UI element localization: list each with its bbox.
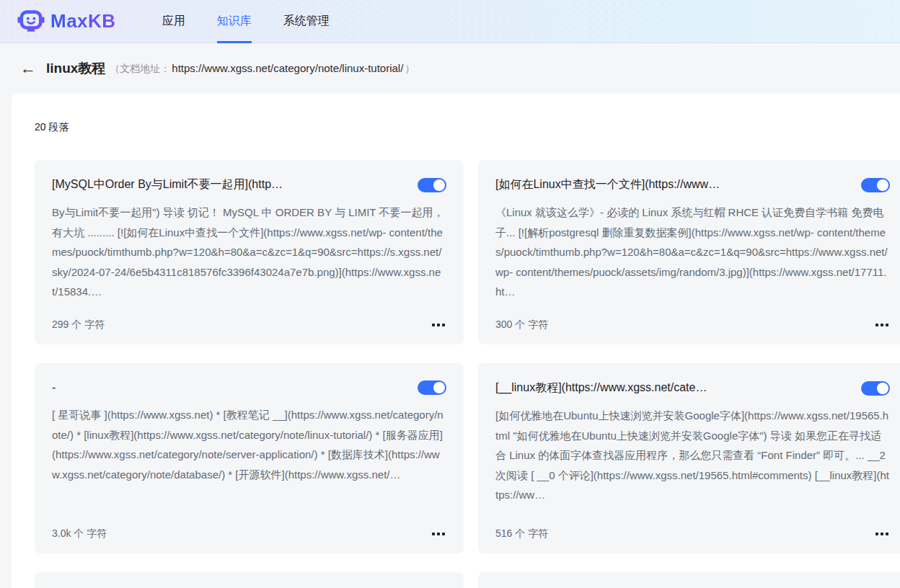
tab-system-management[interactable]: 系统管理: [283, 0, 330, 43]
paragraph-card[interactable]: - [ 星哥说事 ](https://www.xgss.net) * [教程笔记…: [35, 363, 464, 553]
document-header: ← linux教程 （文档地址： https://www.xgss.net/ca…: [0, 43, 900, 94]
paragraph-enabled-toggle[interactable]: [861, 381, 890, 396]
card-body-text: [如何优雅地在Ubuntu上快速浏览并安装Google字体](https://w…: [495, 406, 890, 519]
card-footer: 299 个 字符: [52, 318, 446, 331]
doc-address-prefix: （文档地址：: [110, 63, 170, 76]
card-header: [__linux教程](https://www.xgss.net/cate…: [495, 380, 890, 396]
card-footer: 300 个 字符: [495, 318, 890, 331]
paragraph-enabled-toggle[interactable]: [861, 178, 890, 192]
card-title: [MySQL中Order By与Limit不要一起用](http…: [52, 177, 283, 192]
paragraph-card-partial[interactable]: [478, 572, 900, 588]
more-menu-icon[interactable]: [431, 530, 446, 538]
card-header: [如何在Linux中查找一个文件](https://www…: [495, 177, 890, 192]
card-title: [__linux教程](https://www.xgss.net/cate…: [495, 380, 707, 396]
card-body-text: By与Limit不要一起用") 导读 切记！ MySQL 中 ORDER BY …: [52, 202, 446, 310]
nav-tabs: 应用 知识库 系统管理: [162, 0, 330, 43]
card-title: [如何在Linux中查找一个文件](https://www…: [495, 177, 720, 192]
char-count: 516 个 字符: [495, 527, 548, 540]
char-count: 3.0k 个 字符: [52, 527, 107, 540]
robot-logo-icon: [17, 8, 45, 35]
card-body-text: 《Linux 就该这么学》- 必读的 Linux 系统与红帽 RHCE 认证免费…: [495, 202, 890, 310]
document-title: linux教程: [46, 59, 105, 78]
char-count: 300 个 字符: [495, 318, 548, 331]
tab-knowledge-base[interactable]: 知识库: [217, 0, 252, 43]
paragraph-enabled-toggle[interactable]: [418, 178, 446, 192]
top-nav: MaxKB 应用 知识库 系统管理: [0, 0, 900, 43]
paragraph-enabled-toggle[interactable]: [418, 380, 446, 395]
card-body-text: [ 星哥说事 ](https://www.xgss.net) * [教程笔记 _…: [52, 405, 446, 519]
more-menu-icon[interactable]: [874, 321, 890, 329]
paragraph-card[interactable]: [MySQL中Order By与Limit不要一起用](http… By与Lim…: [35, 160, 464, 344]
char-count: 299 个 字符: [52, 318, 105, 331]
paragraph-count: 20 段落: [35, 121, 900, 134]
card-header: -: [52, 380, 446, 395]
more-menu-icon[interactable]: [431, 321, 446, 329]
tab-applications[interactable]: 应用: [162, 0, 185, 43]
card-footer: 3.0k 个 字符: [52, 527, 446, 540]
main-panel: 20 段落 [MySQL中Order By与Limit不要一起用](http… …: [12, 94, 900, 588]
doc-address-url: https://www.xgss.net/category/note/linux…: [172, 62, 403, 74]
back-arrow-icon[interactable]: ←: [20, 61, 36, 76]
paragraph-card-partial[interactable]: [35, 572, 464, 588]
logo-text: MaxKB: [50, 10, 116, 32]
paragraph-card[interactable]: [如何在Linux中查找一个文件](https://www… 《Linux 就该…: [478, 160, 900, 344]
maxkb-logo[interactable]: MaxKB: [17, 8, 116, 35]
doc-address-suffix: ）: [405, 63, 415, 76]
document-address: （文档地址： https://www.xgss.net/category/not…: [110, 62, 415, 76]
card-header: [MySQL中Order By与Limit不要一起用](http…: [52, 177, 446, 192]
paragraph-grid: [MySQL中Order By与Limit不要一起用](http… By与Lim…: [35, 160, 900, 588]
paragraph-card[interactable]: [__linux教程](https://www.xgss.net/cate… […: [478, 363, 900, 553]
card-footer: 516 个 字符: [495, 527, 890, 540]
more-menu-icon[interactable]: [874, 530, 890, 538]
card-title: -: [52, 381, 56, 394]
